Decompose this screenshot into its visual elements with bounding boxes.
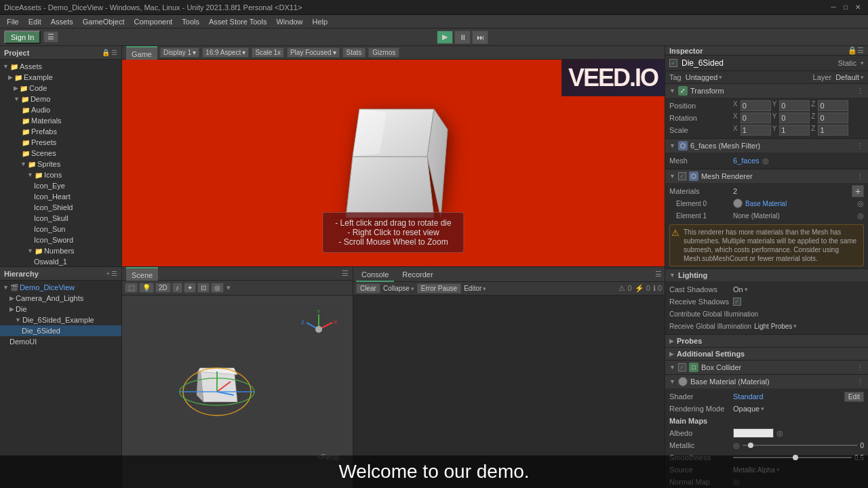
mesh-renderer-enabled[interactable]: ✓ bbox=[678, 172, 686, 180]
probes-header[interactable]: ▶ Probes bbox=[665, 335, 868, 347]
play-focused-dropdown[interactable]: Play Focused ▾ bbox=[287, 47, 340, 58]
receive-shadows-checkbox[interactable]: ✓ bbox=[733, 298, 741, 306]
rotation-x[interactable] bbox=[741, 113, 771, 123]
menu-tools[interactable]: Tools bbox=[178, 15, 203, 28]
hierarchy-die6sided-example[interactable]: ▼Die_6Sided_Example bbox=[0, 314, 121, 325]
element1-pick-icon[interactable]: ◎ bbox=[857, 211, 864, 220]
albedo-texture-pick[interactable]: ◎ bbox=[776, 429, 783, 438]
box-collider-enabled[interactable]: ✓ bbox=[678, 363, 686, 371]
console-warning-filter[interactable]: ⚡ 0 bbox=[635, 284, 650, 293]
lighting-header[interactable]: ▼ Lighting bbox=[665, 269, 868, 281]
transform-header[interactable]: ▼ ⤢ Transform ⋮ bbox=[665, 84, 868, 98]
editor-dropdown[interactable]: Editor ▾ bbox=[464, 285, 486, 292]
console-info-filter[interactable]: ℹ 0 bbox=[653, 284, 662, 293]
edit-shader-button[interactable]: Edit bbox=[844, 392, 864, 402]
stats-button[interactable]: Stats bbox=[342, 47, 366, 58]
scene-lighting-btn[interactable]: 💡 bbox=[139, 283, 154, 293]
scene-fx-btn[interactable]: ✦ bbox=[184, 283, 196, 293]
mesh-renderer-header[interactable]: ▼ ✓ ⬡ Mesh Renderer ⋮ bbox=[665, 169, 868, 183]
hierarchy-demoui[interactable]: DemoUI bbox=[0, 336, 121, 347]
scene-more-btn[interactable]: ▾ bbox=[226, 283, 231, 292]
menu-assets[interactable]: Assets bbox=[47, 15, 77, 28]
position-y[interactable] bbox=[779, 100, 810, 111]
inspector-lock-icon[interactable]: 🔒 bbox=[848, 46, 857, 55]
project-materials[interactable]: 📁Materials bbox=[0, 115, 121, 126]
metallic-slider[interactable] bbox=[743, 445, 857, 446]
aspect-dropdown[interactable]: 16:9 Aspect ▾ bbox=[202, 47, 249, 58]
mesh-filter-header[interactable]: ▼ ⬡ 6_faces (Mesh Filter) ⋮ bbox=[665, 139, 868, 152]
project-lock-icon[interactable]: 🔒 bbox=[102, 49, 110, 56]
project-assets[interactable]: ▼📁Assets bbox=[0, 61, 121, 72]
step-button[interactable]: ⏭ bbox=[472, 30, 488, 44]
game-tab[interactable]: Game bbox=[126, 46, 157, 60]
project-example[interactable]: ▶📁Example bbox=[0, 72, 121, 83]
scene-header-menu[interactable]: ☰ bbox=[342, 269, 349, 278]
box-collider-menu-icon[interactable]: ⋮ bbox=[856, 363, 864, 372]
scale-z[interactable] bbox=[818, 125, 848, 136]
scene-nav-btn[interactable]: ⊡ bbox=[197, 283, 210, 293]
project-icon-sword[interactable]: Icon_Sword bbox=[0, 235, 121, 245]
metallic-texture-pick[interactable]: ◎ bbox=[733, 441, 740, 450]
scene-audio-btn[interactable]: ♪ bbox=[172, 283, 182, 293]
object-name[interactable]: Die_6Sided bbox=[682, 58, 833, 68]
minimize-button[interactable]: ─ bbox=[827, 2, 840, 13]
menu-gameobject[interactable]: GameObject bbox=[79, 15, 129, 28]
hierarchy-camera-lights[interactable]: ▶Camera_And_Lights bbox=[0, 293, 121, 304]
cast-shadows-dropdown[interactable]: On ▾ bbox=[733, 285, 864, 293]
menu-help[interactable]: Help bbox=[309, 15, 332, 28]
hierarchy-die[interactable]: ▶Die bbox=[0, 304, 121, 314]
menu-component[interactable]: Component bbox=[130, 15, 176, 28]
project-demo[interactable]: ▼📁Demo bbox=[0, 94, 121, 104]
hierarchy-add-icon[interactable]: + bbox=[106, 270, 110, 277]
project-icons[interactable]: ▼📁Icons bbox=[0, 169, 121, 180]
layer-dropdown[interactable]: Default ▾ bbox=[835, 73, 864, 81]
static-dropdown[interactable]: ▾ bbox=[861, 60, 864, 66]
inspector-menu-icon[interactable]: ☰ bbox=[857, 46, 864, 55]
scale-y[interactable] bbox=[779, 125, 810, 136]
scene-gizmo-btn[interactable]: ◎ bbox=[211, 283, 224, 293]
pause-button[interactable]: ⏸ bbox=[454, 30, 471, 44]
add-material-button[interactable]: + bbox=[852, 185, 864, 197]
rotation-z[interactable] bbox=[818, 113, 848, 123]
menu-edit[interactable]: Edit bbox=[24, 15, 45, 28]
menu-file[interactable]: File bbox=[3, 15, 23, 28]
albedo-color-swatch[interactable] bbox=[733, 428, 774, 438]
receive-gi-dropdown[interactable]: Light Probes ▾ bbox=[754, 323, 864, 330]
scene-tab[interactable]: Scene bbox=[126, 267, 158, 281]
tag-dropdown[interactable]: Untagged ▾ bbox=[686, 73, 809, 81]
material-menu-icon[interactable]: ⋮ bbox=[856, 378, 864, 386]
hierarchy-demo-diceview[interactable]: ▼🎬Demo_DiceView bbox=[0, 282, 121, 293]
console-menu[interactable]: ☰ bbox=[655, 270, 662, 279]
scene-2d-btn[interactable]: ⬚ bbox=[125, 283, 138, 293]
scale-dropdown[interactable]: Scale 1x bbox=[252, 47, 284, 58]
hierarchy-menu-icon[interactable]: ☰ bbox=[111, 270, 117, 277]
project-scenes[interactable]: 📁Scenes bbox=[0, 148, 121, 159]
project-prefabs[interactable]: 📁Prefabs bbox=[0, 126, 121, 137]
recorder-tab[interactable]: Recorder bbox=[397, 267, 438, 282]
mesh-pick-icon[interactable]: ◎ bbox=[762, 157, 769, 165]
close-button[interactable]: ✕ bbox=[852, 2, 864, 13]
element0-pick-icon[interactable]: ◎ bbox=[857, 199, 864, 208]
project-code[interactable]: ▶📁Code bbox=[0, 83, 121, 94]
window-controls[interactable]: ─ □ ✕ bbox=[827, 2, 864, 13]
project-menu-icon[interactable]: ☰ bbox=[111, 49, 117, 56]
project-numbers[interactable]: ▼📁Numbers bbox=[0, 245, 121, 256]
scale-x[interactable] bbox=[741, 125, 771, 136]
console-error-filter[interactable]: ⚠ 0 bbox=[618, 284, 631, 293]
clear-button[interactable]: Clear bbox=[356, 283, 380, 293]
menu-window[interactable]: Window bbox=[272, 15, 307, 28]
gizmos-button[interactable]: Gizmos bbox=[368, 47, 399, 58]
error-pause-button[interactable]: Error Pause bbox=[417, 283, 461, 293]
project-icon-shield[interactable]: Icon_Shield bbox=[0, 202, 121, 213]
position-z[interactable] bbox=[818, 100, 848, 111]
mesh-renderer-menu-icon[interactable]: ⋮ bbox=[856, 172, 864, 181]
toolbar-account-btn[interactable]: ☰ bbox=[43, 31, 58, 43]
project-presets[interactable]: 📁Presets bbox=[0, 137, 121, 148]
smoothness-slider[interactable] bbox=[733, 457, 852, 458]
signin-button[interactable]: Sign In bbox=[4, 30, 41, 44]
maximize-button[interactable]: □ bbox=[840, 2, 852, 13]
project-icon-sun[interactable]: Icon_Sun bbox=[0, 224, 121, 235]
transform-menu-icon[interactable]: ⋮ bbox=[856, 87, 864, 96]
game-canvas[interactable]: - Left click and drag to rotate die - Ri… bbox=[122, 60, 665, 266]
project-audio[interactable]: 📁Audio bbox=[0, 104, 121, 115]
